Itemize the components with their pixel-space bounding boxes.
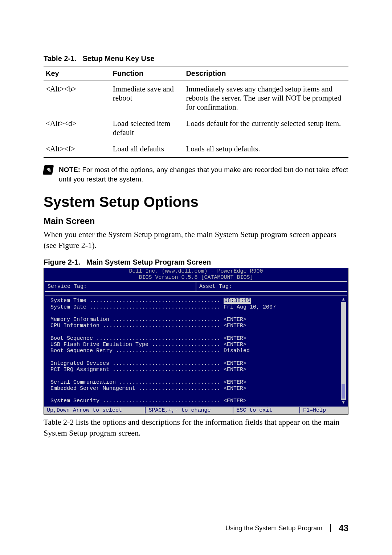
- bios-scrollbar[interactable]: ▲ ▼: [341, 297, 346, 405]
- bios-asset-tag-label: Asset Tag:: [196, 282, 347, 291]
- note-block: ✎ NOTE: For most of the options, any cha…: [44, 165, 348, 184]
- bios-header-line2: BIOS Version 0.5.8 [CATAMOUNT BIOS]: [44, 274, 348, 281]
- table-caption-text: Setup Menu Key Use: [82, 54, 154, 62]
- bios-line: Boot Sequence Retry ....................…: [50, 348, 250, 354]
- section-para: When you enter the System Setup program,…: [44, 229, 348, 250]
- note-label: NOTE:: [59, 166, 80, 174]
- bios-footer: Up,Down Arrow to select SPACE,+,- to cha…: [44, 407, 348, 414]
- scrollbar-down-icon[interactable]: ▼: [341, 400, 346, 405]
- page-footer: Using the System Setup Program 43: [225, 523, 348, 533]
- page-footer-separator: [330, 524, 331, 532]
- table-row: <Alt><f> Load all defaults Loads all set…: [44, 141, 348, 158]
- section-title: System Setup Options: [44, 194, 348, 210]
- bios-system-time-value[interactable]: 08:38:16: [224, 298, 251, 304]
- cell-func: Load selected item default: [111, 115, 184, 141]
- bios-footer-exit: ESC to exit: [233, 407, 299, 413]
- table-row: <Alt><b> Immediate save and reboot Immed…: [44, 81, 348, 116]
- cell-key: <Alt><b>: [44, 81, 111, 116]
- bios-footer-nav: Up,Down Arrow to select: [47, 407, 145, 413]
- cell-desc: Loads default for the currently selected…: [184, 115, 348, 141]
- figure-caption-text: Main System Setup Program Screen: [86, 258, 211, 266]
- cell-func: Immediate save and reboot: [111, 81, 184, 116]
- note-icon: ✎: [43, 165, 54, 175]
- bios-header-line1: Dell Inc. (www.dell.com) - PowerEdge R90…: [44, 268, 348, 274]
- cell-key: <Alt><f>: [44, 141, 111, 158]
- cell-key: <Alt><d>: [44, 115, 111, 141]
- setup-keys-table: Key Function Description <Alt><b> Immedi…: [44, 66, 348, 158]
- bios-footer-change: SPACE,+,- to change: [145, 407, 233, 413]
- cell-desc: Immediately saves any changed setup item…: [184, 81, 348, 116]
- figure-caption: Figure 2-1. Main System Setup Program Sc…: [44, 258, 348, 266]
- bios-line: Integrated Devices .....................…: [50, 360, 246, 367]
- page-number: 43: [339, 523, 348, 533]
- scrollbar-thumb[interactable]: [342, 384, 345, 399]
- bios-line: Embedded Server Management .............…: [50, 385, 246, 392]
- bios-line: PCI IRQ Assignment .....................…: [50, 367, 246, 373]
- table-caption: Table 2-1. Setup Menu Key Use: [44, 54, 348, 63]
- cell-desc: Loads all setup defaults.: [184, 141, 348, 158]
- bios-screenshot: Dell Inc. (www.dell.com) - PowerEdge R90…: [44, 268, 348, 415]
- th-key: Key: [44, 66, 111, 81]
- cell-func: Load all defaults: [111, 141, 184, 158]
- bios-line: Boot Sequence ..........................…: [50, 335, 246, 342]
- bios-body-area: System Time ............................…: [45, 295, 347, 406]
- note-body: For most of the options, any changes tha…: [59, 166, 348, 183]
- bios-line: System Date ............................…: [50, 304, 276, 310]
- bios-line: CPU Information ........................…: [50, 323, 246, 329]
- bios-service-tag-label: Service Tag:: [45, 282, 196, 291]
- bios-tag-row: Service Tag: Asset Tag:: [45, 281, 347, 292]
- bios-line: USB Flash Drive Emulation Type .........…: [50, 342, 246, 348]
- table-row: <Alt><d> Load selected item default Load…: [44, 115, 348, 141]
- bios-line: Memory Information .....................…: [50, 317, 246, 323]
- after-figure-para: Table 2-2 lists the options and descript…: [44, 417, 348, 438]
- bios-footer-help: F1=Help: [299, 407, 345, 413]
- bios-menu-column: System Time ............................…: [45, 295, 341, 406]
- th-function: Function: [111, 66, 184, 81]
- bios-line: System Time ............................…: [50, 298, 220, 304]
- bios-line: System Security ........................…: [50, 398, 246, 404]
- table-header-row: Key Function Description: [44, 66, 348, 81]
- note-text: NOTE: For most of the options, any chang…: [59, 165, 348, 184]
- th-description: Description: [184, 66, 348, 81]
- subsection-title: Main Screen: [44, 216, 348, 226]
- figure-caption-prefix: Figure 2-1.: [44, 258, 80, 266]
- page-footer-label: Using the System Setup Program: [225, 525, 322, 532]
- bios-line: Serial Communication ...................…: [50, 379, 246, 385]
- scrollbar-up-icon[interactable]: ▲: [341, 297, 346, 302]
- table-caption-prefix: Table 2-1.: [44, 54, 77, 62]
